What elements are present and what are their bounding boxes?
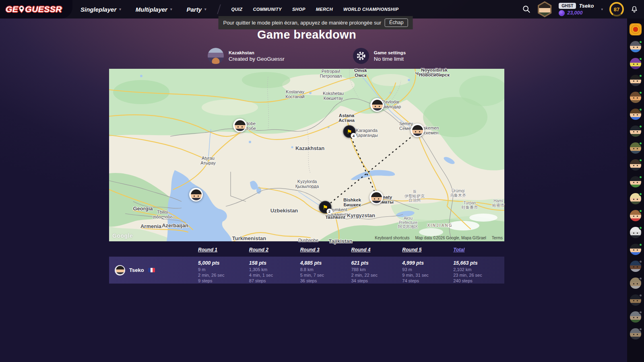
menu-item-multiplayer[interactable]: Multiplayer▾ [136, 6, 172, 13]
column-header-total[interactable]: Total [453, 247, 504, 253]
player-score-row[interactable]: Tseko 5,000 pts9 m2 min, 26 sec9 steps15… [109, 257, 504, 284]
status-dot [639, 311, 642, 314]
user-avatar[interactable] [537, 1, 552, 17]
event-badge[interactable] [630, 23, 642, 35]
status-dot [639, 243, 642, 247]
status-dot [639, 142, 642, 145]
france-flag-icon [148, 268, 155, 272]
user-menu[interactable]: GHST Tseko 23,000 [559, 3, 594, 16]
avatar-eyes [633, 317, 634, 318]
status-dot [639, 175, 642, 179]
menu-item-singleplayer[interactable]: Singleplayer▾ [80, 6, 121, 13]
banner-text: Pour quitter le mode plein écran, appuye… [223, 20, 381, 26]
avatar [371, 192, 382, 203]
chevron-down-icon: ▾ [204, 7, 206, 11]
time-value: 4 min, 1 sec [249, 273, 300, 278]
friend-avatar[interactable] [630, 109, 641, 120]
avatar-eyes [633, 216, 634, 217]
friend-avatar[interactable] [630, 227, 641, 238]
game-breakdown-page: Game breakdown Kazakhstan Created by Geo… [0, 19, 613, 284]
status-dot [639, 277, 642, 280]
friend-avatar[interactable] [630, 193, 641, 204]
notifications-bell-icon[interactable] [630, 5, 638, 14]
points-value: 4,885 pts [300, 260, 351, 266]
friend-avatar[interactable] [630, 142, 641, 154]
friends-sidebar [627, 19, 644, 362]
level-value: 87 [611, 4, 622, 15]
column-header-round-4[interactable]: Round 4 [351, 247, 402, 253]
keyboard-shortcuts-link[interactable]: Keyboard shortcuts [375, 236, 409, 240]
player-guess-marker[interactable] [233, 119, 247, 132]
status-dot [639, 327, 642, 331]
friend-avatar[interactable] [630, 92, 641, 103]
points-value: 15,663 pts [453, 260, 504, 266]
nav-link-community[interactable]: COMMUNITY [253, 7, 281, 12]
friend-avatar[interactable] [630, 244, 641, 255]
menu-item-party[interactable]: Party▾ [186, 6, 206, 13]
avatar-eyes [633, 80, 634, 82]
nav-link-quiz[interactable]: QUIZ [231, 7, 243, 12]
escape-key-label: Échap [385, 19, 408, 27]
friend-avatar[interactable] [630, 75, 641, 86]
friend-avatar[interactable] [630, 125, 641, 137]
player-guess-marker[interactable] [370, 98, 384, 112]
friend-avatar[interactable] [630, 159, 641, 171]
steps-value: 36 steps [300, 278, 351, 284]
column-header-round-1[interactable]: Round 1 [198, 247, 249, 253]
round-location-marker[interactable]: ⚑2 [319, 201, 332, 214]
friend-avatar[interactable] [630, 294, 641, 306]
friend-avatar[interactable] [630, 58, 641, 69]
points-value: 4,999 pts [402, 260, 453, 266]
friend-avatar[interactable] [630, 261, 641, 272]
round-location-marker[interactable]: ⚑4 [343, 125, 356, 138]
terms-link[interactable]: Terms [492, 236, 503, 240]
distance-value: 93 m [402, 267, 453, 273]
friend-avatar[interactable] [630, 278, 641, 289]
avatar-eyes [633, 232, 634, 234]
google-logo[interactable]: Google [112, 232, 133, 239]
nav-link-merch[interactable]: MERCH [316, 7, 333, 12]
friend-avatar[interactable] [630, 41, 641, 52]
friend-avatar[interactable] [630, 311, 641, 323]
map-author: Created by GeoGuessr [229, 56, 285, 62]
friend-avatar[interactable] [630, 210, 641, 221]
avatar-eyes [633, 266, 634, 267]
column-header-round-2[interactable]: Round 2 [249, 247, 300, 253]
friend-avatar[interactable] [630, 328, 641, 339]
nav-link-shop[interactable]: SHOP [292, 7, 305, 12]
points-value: 158 pts [249, 260, 300, 266]
score-cell: 4,999 pts93 m9 min, 31 sec74 steps [402, 257, 453, 284]
nav-link-world-championship[interactable]: WORLD CHAMPIONSHIP [343, 7, 398, 12]
player-guess-marker[interactable] [189, 188, 203, 202]
scoreboard: Round 1Round 2Round 3Round 4Round 5Total… [109, 247, 504, 284]
map-info[interactable]: Kazakhstan Created by GeoGuessr [208, 48, 285, 64]
chevron-down-icon[interactable]: ▾ [601, 7, 603, 11]
player-guess-marker[interactable] [411, 123, 424, 137]
map-name: Kazakhstan [229, 50, 285, 55]
menu-item-label: Singleplayer [80, 6, 116, 13]
game-map[interactable]: ЧелябинскPetropavlПетропавлOmskОмскNovos… [109, 69, 504, 241]
avatar-eyes [633, 97, 634, 99]
status-dot [639, 91, 642, 95]
friend-avatar[interactable] [630, 176, 641, 187]
column-header-round-5[interactable]: Round 5 [402, 247, 453, 253]
level-badge[interactable]: 87 [609, 2, 624, 16]
search-icon[interactable] [522, 5, 530, 13]
geoguessr-logo[interactable]: GE GUESSR [0, 0, 72, 19]
steps-value: 34 steps [351, 278, 402, 284]
points-value: 5,000 pts [198, 260, 249, 266]
fullscreen-exit-banner: Pour quitter le mode plein écran, appuye… [219, 16, 413, 29]
map-attribution: Keyboard shortcuts Map data ©2026 Google… [375, 236, 503, 240]
avatar-eyes [633, 165, 634, 166]
username: Tseko [579, 3, 594, 9]
avatar-eyes [633, 249, 634, 251]
gear-icon [353, 48, 369, 64]
status-dot [639, 74, 642, 78]
round-number-badge: 2 [327, 209, 332, 214]
column-header-round-3[interactable]: Round 3 [300, 247, 351, 253]
player-guess-marker[interactable] [369, 191, 383, 204]
secondary-menu: QUIZCOMMUNITYSHOPMERCHWORLD CHAMPIONSHIP [231, 7, 409, 12]
player-name: Tseko [129, 267, 144, 273]
points-value: 621 pts [351, 260, 402, 266]
avatar [191, 189, 202, 200]
